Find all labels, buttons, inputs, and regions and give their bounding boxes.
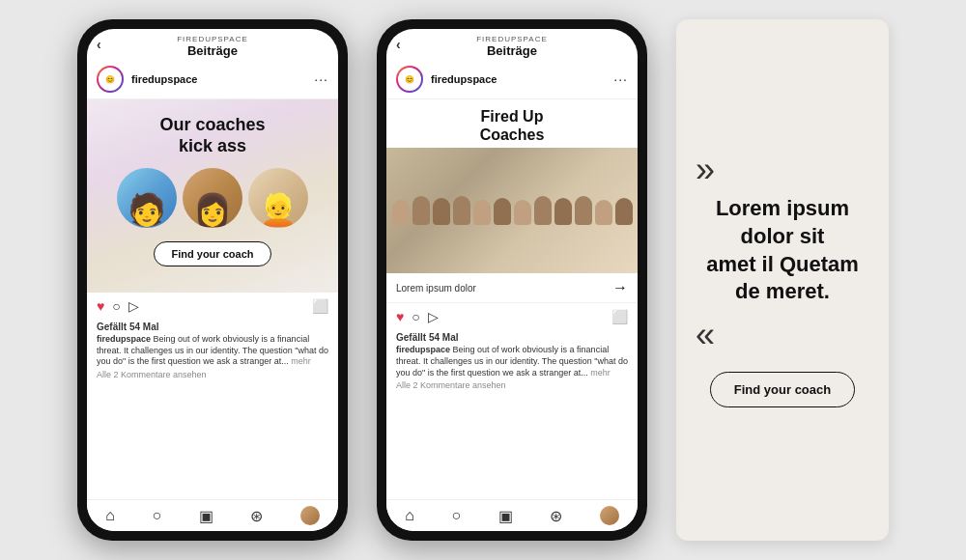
share-icon[interactable]: ▷ xyxy=(128,298,139,314)
mini-person-4 xyxy=(453,196,470,225)
phone-2-profile-nav-icon[interactable] xyxy=(600,506,619,525)
quote-open-mark: » xyxy=(696,153,715,187)
coach-silhouette-1: 🧑 xyxy=(128,191,166,228)
phone-1-app-name: FIREDUPSPACE Beiträge xyxy=(177,35,248,58)
phone-1-coach-photos: 🧑 👩 👱 xyxy=(117,168,308,228)
mini-person-5 xyxy=(473,200,491,225)
phone-1-bottom-nav: ⌂ ○ ▣ ⊛ xyxy=(87,499,338,531)
quote-close-mark: « xyxy=(696,318,715,352)
phone-1-main-title: Beiträge xyxy=(177,43,248,58)
phone-1-post-actions: ♥ ○ ▷ ⬜ xyxy=(87,293,338,320)
group-photo xyxy=(386,148,638,273)
phone-1-username[interactable]: firedupspace xyxy=(131,73,314,85)
phone-2: ‹ FIREDUPSPACE Beiträge 😊 firedupspace ·… xyxy=(377,19,647,541)
coach-silhouette-2: 👩 xyxy=(193,191,232,228)
mini-person-8 xyxy=(534,196,552,225)
phone-2-bottom-nav: ⌂ ○ ▣ ⊛ xyxy=(386,499,638,531)
phone-1: ‹ FIREDUPSPACE Beiträge 😊 firedupspace ·… xyxy=(77,19,348,541)
phone-2-bookmark-icon[interactable]: ⬜ xyxy=(611,309,628,324)
comment-icon[interactable]: ○ xyxy=(112,298,120,314)
coach-photo-3: 👱 xyxy=(248,168,308,228)
phone-2-post-image: Fired Up Coaches xyxy=(386,99,638,273)
mini-person-2 xyxy=(412,196,430,225)
phone-2-comment-icon[interactable]: ○ xyxy=(412,309,419,324)
mini-person-9 xyxy=(554,198,572,225)
phone-1-avatar-ring: 😊 xyxy=(97,66,124,93)
phone-2-back-arrow-icon[interactable]: ‹ xyxy=(396,37,401,52)
phone-2-ig-header: 😊 firedupspace ··· xyxy=(386,60,638,99)
phone-2-status-bar: ‹ FIREDUPSPACE Beiträge xyxy=(386,29,638,60)
phone-2-shop-nav-icon[interactable]: ⊛ xyxy=(550,507,562,525)
coach-photo-1: 🧑 xyxy=(117,168,177,228)
phone-1-comments-link[interactable]: Alle 2 Kommentare ansehen xyxy=(97,370,328,379)
coach-photo-2: 👩 xyxy=(183,168,242,228)
mini-person-10 xyxy=(575,196,592,225)
phone-2-caption-text: firedupspace Being out of work obviously… xyxy=(396,345,628,378)
phone-1-top-label: FIREDUPSPACE xyxy=(177,35,248,43)
phone-2-home-nav-icon[interactable]: ⌂ xyxy=(405,507,414,524)
phone-1-post-title: Our coaches kick ass xyxy=(159,115,265,156)
phone-1-caption-text: firedupspace Being out of work obviously… xyxy=(97,334,328,368)
mini-person-11 xyxy=(595,200,612,225)
profile-nav-icon[interactable] xyxy=(300,506,320,525)
phone-2-screen: ‹ FIREDUPSPACE Beiträge 😊 firedupspace ·… xyxy=(386,29,638,531)
phone-2-more-link[interactable]: mehr xyxy=(590,368,611,378)
heart-icon[interactable]: ♥ xyxy=(97,298,104,314)
phone-1-status-bar: ‹ FIREDUPSPACE Beiträge xyxy=(87,29,338,60)
phone-2-app-name: FIREDUPSPACE Beiträge xyxy=(476,35,548,58)
phone-2-main-title: Beiträge xyxy=(476,43,548,58)
bookmark-icon[interactable]: ⬜ xyxy=(312,298,328,314)
phone-2-swipe-area[interactable]: Lorem ipsum dolor → xyxy=(386,273,638,303)
mini-person-1 xyxy=(392,200,410,225)
reels-nav-icon[interactable]: ▣ xyxy=(199,507,213,525)
phone-2-caption-user: firedupspace xyxy=(396,345,450,354)
home-nav-icon[interactable]: ⌂ xyxy=(105,507,115,524)
phone-2-share-icon[interactable]: ▷ xyxy=(428,309,439,324)
mini-person-6 xyxy=(494,198,511,225)
mini-person-12 xyxy=(615,198,633,225)
text-card-find-coach-button[interactable]: Find your coach xyxy=(710,372,855,407)
text-card: » Lorem ipsum dolor sit amet il Quetam d… xyxy=(676,19,889,541)
phone-1-ig-header: 😊 firedupspace ··· xyxy=(87,60,338,99)
phone-2-avatar-ring: 😊 xyxy=(396,66,423,93)
phone-2-reels-nav-icon[interactable]: ▣ xyxy=(498,507,513,525)
phone-1-post-image: Our coaches kick ass 🧑 👩 👱 Find your coa… xyxy=(87,99,338,293)
phone-1-post-caption: Gefällt 54 Mal firedupspace Being out of… xyxy=(87,320,338,383)
phone-2-post-actions: ♥ ○ ▷ ⬜ xyxy=(386,303,638,330)
mini-person-3 xyxy=(433,198,450,225)
phone-2-post-title: Fired Up Coaches xyxy=(386,99,638,148)
mini-person-7 xyxy=(514,200,531,225)
phone-2-top-label: FIREDUPSPACE xyxy=(476,35,548,43)
phone-1-more-link[interactable]: mehr xyxy=(291,356,311,366)
phone-1-avatar: 😊 xyxy=(99,68,122,91)
phone-2-swipe-text: Lorem ipsum dolor xyxy=(396,283,612,294)
back-arrow-icon[interactable]: ‹ xyxy=(97,37,101,52)
phone-1-more-options[interactable]: ··· xyxy=(314,71,328,87)
phone-2-post-caption: Gefällt 54 Mal firedupspace Being out of… xyxy=(386,330,638,394)
phone-2-avatar: 😊 xyxy=(398,68,421,91)
phone-2-username[interactable]: firedupspace xyxy=(431,73,613,85)
coach-silhouette-3: 👱 xyxy=(259,191,298,228)
phone-2-swipe-arrow-icon[interactable]: → xyxy=(612,279,628,296)
group-photo-people xyxy=(388,192,637,229)
phone-1-caption-user: firedupspace xyxy=(97,334,151,344)
shop-nav-icon[interactable]: ⊛ xyxy=(250,507,263,525)
phone-2-comments-link[interactable]: Alle 2 Kommentare ansehen xyxy=(396,380,628,390)
phone-2-search-nav-icon[interactable]: ○ xyxy=(451,507,461,524)
phone-2-more-options[interactable]: ··· xyxy=(613,71,628,87)
phone-2-likes: Gefällt 54 Mal xyxy=(396,332,628,343)
phone-1-screen: ‹ FIREDUPSPACE Beiträge 😊 firedupspace ·… xyxy=(87,29,338,531)
search-nav-icon[interactable]: ○ xyxy=(152,507,161,524)
phone-1-likes: Gefällt 54 Mal xyxy=(97,322,328,332)
phone-1-find-coach-button[interactable]: Find your coach xyxy=(154,241,272,266)
phone-2-heart-icon[interactable]: ♥ xyxy=(396,309,404,324)
quote-text: Lorem ipsum dolor sit amet il Quetam de … xyxy=(706,195,859,305)
